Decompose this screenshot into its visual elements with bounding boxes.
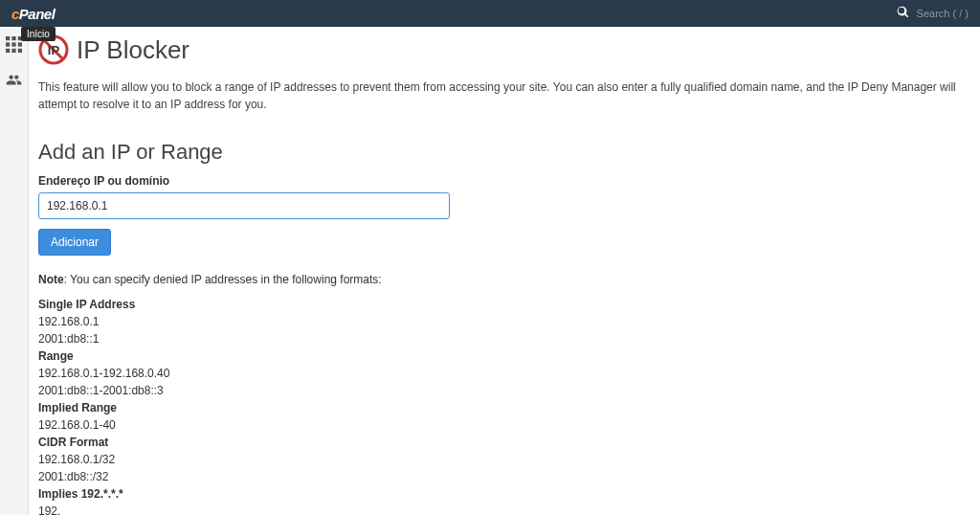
fmt-range-ex2: 2001:db8::1-2001:db8::3 bbox=[38, 382, 961, 399]
fmt-implied-title: Implied Range bbox=[38, 399, 961, 416]
logo-prefix: c bbox=[11, 6, 19, 22]
fmt-range-ex1: 192.168.0.1-192.168.0.40 bbox=[38, 365, 961, 382]
svg-rect-8 bbox=[18, 49, 22, 53]
main-content: IP IP Blocker This feature will allow yo… bbox=[29, 27, 980, 515]
svg-rect-0 bbox=[6, 36, 10, 40]
fmt-range-title: Range bbox=[38, 347, 961, 365]
ip-field-label: Endereço IP ou domínio bbox=[38, 174, 961, 188]
page-header: IP IP Blocker bbox=[38, 34, 961, 65]
ip-input[interactable] bbox=[38, 192, 450, 219]
logo[interactable]: cPanel bbox=[11, 6, 55, 22]
fmt-single-ex2: 2001:db8::1 bbox=[38, 330, 961, 347]
fmt-cidr-ex2: 2001:db8::/32 bbox=[38, 468, 961, 485]
fmt-cidr-ex1: 192.168.0.1/32 bbox=[38, 451, 961, 468]
svg-rect-3 bbox=[6, 42, 10, 46]
users-icon[interactable] bbox=[6, 72, 22, 92]
fmt-single-ex1: 192.168.0.1 bbox=[38, 313, 961, 330]
grid-icon[interactable] bbox=[6, 36, 22, 56]
note-strong: Note bbox=[38, 273, 64, 286]
note-rest: : You can specify denied IP addresses in… bbox=[64, 273, 382, 286]
sidebar: Início bbox=[0, 27, 29, 515]
logo-rest: Panel bbox=[19, 6, 56, 22]
search-icon[interactable] bbox=[897, 6, 909, 21]
add-button[interactable]: Adicionar bbox=[38, 229, 111, 256]
fmt-single-title: Single IP Address bbox=[38, 296, 961, 313]
svg-rect-6 bbox=[6, 49, 10, 53]
add-section-heading: Add an IP or Range bbox=[38, 140, 961, 165]
note-line: Note: You can specify denied IP addresse… bbox=[38, 273, 961, 286]
svg-rect-7 bbox=[11, 49, 15, 53]
fmt-cidr-title: CIDR Format bbox=[38, 434, 961, 451]
topbar: cPanel Search ( / ) bbox=[0, 0, 980, 27]
svg-rect-4 bbox=[11, 42, 15, 46]
sidebar-tooltip: Início bbox=[21, 27, 56, 41]
svg-rect-5 bbox=[18, 42, 22, 46]
svg-text:IP: IP bbox=[48, 43, 60, 57]
fmt-implied-ex1: 192.168.0.1-40 bbox=[38, 416, 961, 434]
page-description: This feature will allow you to block a r… bbox=[38, 78, 961, 113]
formats-block: Single IP Address 192.168.0.1 2001:db8::… bbox=[38, 296, 961, 515]
fmt-implies-ex1: 192. bbox=[38, 503, 961, 515]
fmt-implies-title: Implies 192.*.*.* bbox=[38, 485, 961, 503]
page-title: IP Blocker bbox=[77, 35, 189, 65]
search-area[interactable]: Search ( / ) bbox=[897, 6, 969, 21]
search-placeholder: Search ( / ) bbox=[917, 8, 969, 19]
svg-rect-1 bbox=[11, 36, 15, 40]
